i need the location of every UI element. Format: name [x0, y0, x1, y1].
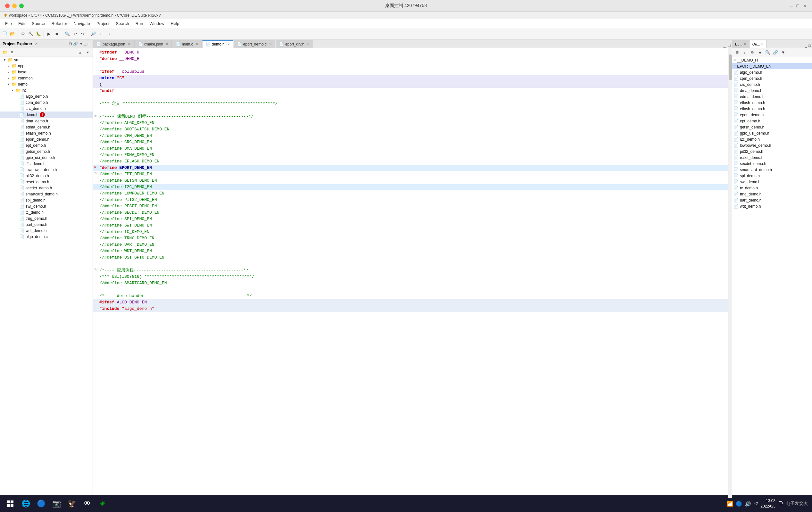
- nav-back-icon[interactable]: ←: [97, 30, 105, 37]
- tree-item-swi-demo-h[interactable]: ▸ 📄 swi_demo.h: [0, 203, 93, 209]
- rt-item-wdt-demo-h-rp[interactable]: 📄 wdt_demo.h: [732, 203, 812, 209]
- rt-item-edma-demo-h-rp[interactable]: 📄 edma_demo.h: [732, 94, 812, 100]
- scrollbar-vertical[interactable]: [728, 48, 732, 498]
- tab-close-eport-drv-h[interactable]: ✕: [307, 42, 310, 46]
- restore-icon[interactable]: □: [796, 3, 799, 8]
- tab-close-main-c[interactable]: ✕: [196, 42, 198, 46]
- menu-help[interactable]: Help: [168, 21, 182, 27]
- tree-item-pit32-demo-h[interactable]: ▸ 📄 pit32_demo.h: [0, 173, 93, 179]
- tree-item-cpm-demo-h[interactable]: ▸ 📄 cpm_demo.h: [0, 99, 93, 106]
- taskbar-notification-icon[interactable]: 🗨: [778, 501, 783, 507]
- rp-filter-icon[interactable]: ⚙: [749, 49, 756, 56]
- open-file-icon[interactable]: 📂: [9, 30, 16, 37]
- rt-item-spi-demo-h-rp[interactable]: 📄 spi_demo.h: [732, 173, 812, 179]
- rt-item-crc-demo-h-rp[interactable]: 📄 crc_demo.h: [732, 81, 812, 88]
- tree-item-lowpower-demo-h[interactable]: ▸ 📄 lowpower_demo.h: [0, 167, 93, 173]
- rt-item-smartcard-demo-h-rp[interactable]: 📄 smartcard_demo.h: [732, 167, 812, 173]
- tab-maximize-icon[interactable]: □: [728, 42, 731, 48]
- rp-minimize-icon[interactable]: _: [805, 43, 807, 48]
- rt-item-i2c-demo-h-rp[interactable]: 📄 i2c_demo.h: [732, 136, 812, 142]
- tree-item-demo[interactable]: ▾ 📁 demo: [0, 81, 93, 87]
- redo-icon[interactable]: ↪: [79, 30, 86, 37]
- tree-item-gpio-usi-demo-h[interactable]: ▸ 📄 gpio_usi_demo.h: [0, 154, 93, 160]
- rp-group-icon[interactable]: ●: [757, 49, 764, 56]
- tab-demo-h[interactable]: 📄 demo.h ✕: [202, 40, 233, 48]
- tree-item-eflash-demo-h[interactable]: ▸ 📄 eflash_demo.h: [0, 130, 93, 136]
- tree-item-wdt-demo-h[interactable]: ▸ 📄 wdt_demo.h: [0, 228, 93, 234]
- rt-item-swi-demo-h-rp[interactable]: 📄 swi_demo.h: [732, 179, 812, 185]
- rt-item-uart-demo-h-rp[interactable]: 📄 uart_demo.h: [732, 197, 812, 203]
- tab-package-json[interactable]: 📄 package.json ✕: [93, 40, 134, 48]
- tree-item-app[interactable]: ▸ 📁 app: [0, 63, 93, 69]
- tree-scroll-down-icon[interactable]: ▼: [84, 49, 91, 56]
- rt-item-eflash-demo-h-rp2[interactable]: 📄 eflash_demo.h: [732, 106, 812, 112]
- collapse-all-icon[interactable]: ⊟: [68, 42, 72, 46]
- rp-tab-close-bu[interactable]: ✕: [744, 42, 746, 46]
- zoom-in-icon[interactable]: 🔎: [90, 30, 97, 37]
- tree-item-demo-h[interactable]: ▸ 📄 demo.h 1: [0, 112, 93, 118]
- tree-item-base[interactable]: ▸ 📁 base: [0, 69, 93, 75]
- line-fold-icon2[interactable]: ⊟: [93, 267, 98, 274]
- taskbar-windows-icon[interactable]: [4, 497, 17, 510]
- taskbar-chrome-icon[interactable]: 🔵: [35, 497, 48, 510]
- tree-item-eport-demo-h[interactable]: ▸ 📄 eport_demo.h: [0, 136, 93, 142]
- menu-project[interactable]: Project: [94, 21, 112, 27]
- rt-item-tc-demo-h-rp[interactable]: 📄 tc_demo.h: [732, 185, 812, 191]
- debug-icon[interactable]: 🐛: [35, 30, 42, 37]
- rp-collapse-icon[interactable]: ⊟: [733, 49, 741, 56]
- new-folder-icon[interactable]: 📁: [1, 49, 8, 56]
- close-icon[interactable]: ✕: [803, 3, 807, 8]
- rt-item-eport-demo-h-rp[interactable]: 📄 eport_demo.h: [732, 112, 812, 118]
- menu-window[interactable]: Window: [147, 21, 167, 27]
- rt-item-trng-demo-h-rp[interactable]: 📄 trng_demo.h: [732, 191, 812, 197]
- minimize-icon[interactable]: –: [790, 3, 793, 8]
- taskbar-star-icon[interactable]: ✳: [96, 497, 109, 510]
- rp-link-icon[interactable]: 🔗: [772, 49, 779, 56]
- menu-edit[interactable]: Edit: [16, 21, 28, 27]
- menu-source[interactable]: Source: [29, 21, 48, 27]
- rt-item-pit32-demo-h-rp[interactable]: 📄 pit32_demo.h: [732, 148, 812, 154]
- rt-item-getsn-demo-h-rp[interactable]: 📄 getsn_demo.h: [732, 124, 812, 130]
- tree-item-trng-demo-h[interactable]: ▸ 📄 trng_demo.h: [0, 215, 93, 221]
- rt-item-dma-demo-h-rp[interactable]: 📄 dma_demo.h: [732, 88, 812, 94]
- minimize-button[interactable]: [12, 3, 17, 8]
- menu-file[interactable]: File: [3, 21, 14, 27]
- tree-item-secdet-demo-h[interactable]: ▸ 📄 secdet_demo.h: [0, 185, 93, 191]
- nav-forward-icon[interactable]: →: [105, 30, 112, 37]
- tree-item-uart-demo-h[interactable]: ▸ 📄 uart_demo.h: [0, 221, 93, 228]
- tree-item-getsn-demo-h[interactable]: ▸ 📄 getsn_demo.h: [0, 148, 93, 154]
- run-icon[interactable]: ▶: [46, 30, 53, 37]
- tree-item-crc-demo-h[interactable]: ▸ 📄 crc_demo.h: [0, 106, 93, 112]
- rp-search-icon[interactable]: 🔍: [764, 49, 771, 56]
- tree-item-inc[interactable]: ▾ 📁 inc: [0, 87, 93, 93]
- maximize-panel-icon[interactable]: □: [88, 42, 90, 46]
- code-editor[interactable]: #ifndef __DEMO_H #define __DEMO_H #ifdef…: [93, 48, 732, 498]
- stop-icon[interactable]: ■: [53, 30, 60, 37]
- panel-menu-icon[interactable]: ▼: [79, 42, 83, 46]
- tab-xmake-json[interactable]: 📄 xmake.json ✕: [134, 40, 172, 48]
- tab-minimize-icon[interactable]: _: [724, 42, 726, 48]
- maximize-button[interactable]: [19, 3, 24, 8]
- rt-item-algo-demo-h-rp[interactable]: 📄 algo_demo.h: [732, 69, 812, 75]
- taskbar-edge-icon[interactable]: 🌐: [19, 497, 32, 510]
- taskbar-falcon-icon[interactable]: 🦅: [65, 497, 78, 510]
- tab-close-xmake-json[interactable]: ✕: [166, 42, 168, 46]
- line-fold[interactable]: ⊟: [93, 171, 98, 178]
- link-editor-icon[interactable]: 🔗: [73, 42, 78, 46]
- menu-search[interactable]: Search: [113, 21, 132, 27]
- rp-menu-icon[interactable]: ▼: [780, 49, 787, 56]
- close-button[interactable]: [5, 3, 10, 8]
- rt-item-secdet-demo-h-rp[interactable]: 📄 secdet_demo.h: [732, 160, 812, 167]
- search-icon[interactable]: 🔍: [64, 30, 71, 37]
- tree-item-edma-demo-h[interactable]: ▸ 📄 edma_demo.h: [0, 124, 93, 130]
- undo-icon[interactable]: ↩: [71, 30, 79, 37]
- minimize-panel-icon[interactable]: _: [84, 42, 87, 46]
- rp-tab-bu[interactable]: Bu... ✕: [732, 40, 749, 48]
- taskbar-eye-icon[interactable]: 👁: [81, 497, 93, 510]
- tab-eport-drv-h[interactable]: 📄 eport_drv.h ✕: [276, 40, 313, 48]
- rp-maximize-icon[interactable]: □: [809, 43, 811, 48]
- tab-close-eport-demo-c[interactable]: ✕: [269, 42, 272, 46]
- settings-icon[interactable]: ⚙: [20, 30, 27, 37]
- rt-item-eport-demo-en[interactable]: # EPORT_DEMO_EN: [732, 63, 812, 69]
- rt-item-eflash-demo-h-rp[interactable]: 📄 eflash_demo.h: [732, 100, 812, 106]
